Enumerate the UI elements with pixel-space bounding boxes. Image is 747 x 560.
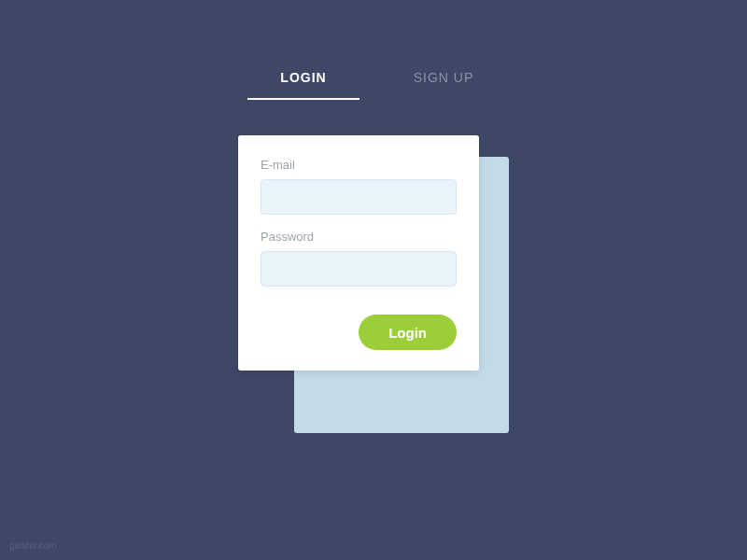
password-field[interactable] [261,251,457,287]
footer-credit: galshir.com [9,540,57,551]
email-field[interactable] [261,179,457,215]
email-field-group: E-mail [261,158,457,215]
login-button[interactable]: Login [359,315,457,350]
button-row: Login [261,315,457,350]
password-label: Password [261,230,457,244]
auth-tabs: LOGIN SIGN UP [247,70,500,100]
tab-signup[interactable]: SIGN UP [388,70,500,100]
login-container: LOGIN SIGN UP E-mail Password Login [0,0,747,371]
login-card: E-mail Password Login [238,135,479,371]
email-label: E-mail [261,158,457,172]
tab-login[interactable]: LOGIN [247,70,359,100]
password-field-group: Password [261,230,457,287]
cards-wrapper: E-mail Password Login [238,135,509,371]
